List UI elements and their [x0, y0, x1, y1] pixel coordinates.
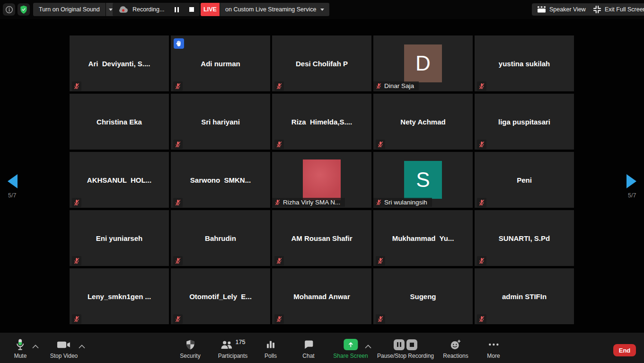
share-screen-icon: [344, 339, 358, 350]
pause-recording-icon[interactable]: [394, 339, 405, 350]
pause-recording-icon[interactable]: [175, 7, 179, 12]
muted-mic-chip: [72, 314, 81, 324]
participant-tile[interactable]: Desi Cholifah P: [272, 35, 371, 91]
meeting-info-button[interactable]: [3, 3, 15, 16]
muted-mic-chip: [173, 140, 183, 149]
more-button[interactable]: More: [487, 337, 500, 359]
participant-name: Peni: [475, 152, 574, 208]
avatar-initial: D: [415, 52, 431, 75]
participant-name: AKHSANUL HOL...: [70, 152, 169, 208]
recording-control: Recording...: [113, 3, 200, 16]
chat-button[interactable]: Chat: [302, 337, 314, 359]
mute-button[interactable]: Mute: [14, 337, 27, 359]
muted-mic-chip: [376, 314, 385, 324]
camera-icon: [57, 341, 71, 349]
participant-tile[interactable]: Leny_smkn1gen ...: [70, 268, 169, 324]
stop-recording-icon[interactable]: [189, 7, 194, 12]
participant-name: admin STIFIn: [475, 268, 574, 324]
encryption-button[interactable]: [18, 3, 30, 16]
chevron-down-icon: [109, 9, 113, 11]
participant-name: Ari Deviyanti, S....: [70, 35, 169, 91]
exit-full-screen-label: Exit Full Screen: [605, 6, 644, 13]
participant-tile[interactable]: Christina Eka: [70, 94, 169, 150]
exit-full-screen-button[interactable]: Exit Full Screen: [588, 3, 644, 16]
participant-tile[interactable]: S Sri wulaningsih: [373, 152, 473, 208]
participant-tile[interactable]: Sri hariyani: [171, 94, 270, 150]
muted-mic-chip: [173, 314, 183, 324]
muted-mic-chip: [477, 140, 486, 149]
previous-page-arrow[interactable]: [8, 174, 18, 188]
participant-tile[interactable]: SUNARTI, S.Pd: [475, 210, 574, 266]
participants-count: 175: [236, 339, 246, 345]
muted-mic-icon: [377, 257, 384, 264]
speaker-view-button[interactable]: Speaker View: [532, 3, 591, 16]
stop-recording-icon[interactable]: [406, 339, 417, 350]
reactions-icon: [450, 339, 461, 350]
speaker-view-label: Speaker View: [549, 6, 586, 13]
muted-mic-chip: [477, 198, 486, 207]
participant-tile[interactable]: Mohamad Anwar: [272, 268, 371, 324]
participant-name: Nety Achmad: [373, 94, 473, 150]
participants-icon: [221, 340, 233, 349]
muted-mic-icon: [478, 199, 485, 206]
end-meeting-button[interactable]: End: [613, 344, 636, 356]
participant-tile[interactable]: Adi nurman: [171, 35, 270, 91]
info-icon: [5, 6, 13, 14]
participant-tile[interactable]: Peni: [475, 152, 574, 208]
speaker-view-icon: [538, 6, 546, 13]
participant-tile[interactable]: Bahrudin: [171, 210, 270, 266]
participant-tile[interactable]: Eni yuniarseh: [70, 210, 169, 266]
muted-mic-icon: [276, 83, 282, 89]
participant-name: AM Rousan Shafir: [272, 210, 371, 266]
muted-mic-icon: [73, 199, 80, 206]
security-button[interactable]: Security: [180, 337, 200, 359]
participant-name: Riza Himelda,S....: [272, 94, 371, 150]
reactions-button[interactable]: Reactions: [443, 337, 468, 359]
muted-mic-icon: [276, 257, 282, 264]
video-options-chevron[interactable]: [79, 342, 85, 351]
avatar: S: [404, 161, 442, 199]
muted-mic-icon: [175, 257, 181, 264]
next-page-arrow[interactable]: [626, 174, 636, 188]
participant-tile[interactable]: D Dinar Saja: [373, 35, 473, 91]
exit-full-screen-icon: [593, 6, 601, 13]
muted-mic-chip: [376, 140, 385, 149]
muted-mic-chip: [376, 256, 385, 266]
participant-tile[interactable]: Riza Himelda,S....: [272, 94, 371, 150]
original-sound-button[interactable]: Turn on Original Sound: [33, 3, 106, 16]
participant-tile[interactable]: AKHSANUL HOL...: [70, 152, 169, 208]
share-options-chevron[interactable]: [365, 342, 371, 351]
muted-mic-icon: [377, 141, 384, 148]
video-stage: Ari Deviyanti, S.... Adi nurman Desi Cho…: [0, 19, 644, 333]
participant-tile[interactable]: yustina sukilah: [475, 35, 574, 91]
live-service-label: on Custom Live Streaming Service: [225, 6, 316, 13]
participant-tile[interactable]: Mukhammad Yu...: [373, 210, 473, 266]
participants-button[interactable]: 175 Participants: [218, 337, 248, 359]
live-service-dropdown[interactable]: on Custom Live Streaming Service: [220, 3, 329, 16]
participant-tile[interactable]: Sugeng: [373, 268, 473, 324]
pause-stop-recording-button[interactable]: Pause/Stop Recording: [377, 337, 434, 359]
muted-mic-icon: [478, 316, 485, 322]
participant-tile[interactable]: AM Rousan Shafir: [272, 210, 371, 266]
participant-name: Rizha Virly SMA N...: [283, 199, 340, 206]
muted-mic-chip: [72, 198, 81, 207]
security-shield-icon: [185, 339, 195, 350]
participant-tile[interactable]: liga puspitasari: [475, 94, 574, 150]
muted-mic-chip: [274, 140, 284, 149]
security-label: Security: [180, 353, 200, 359]
audio-options-chevron[interactable]: [32, 342, 39, 351]
meeting-toolbar: Mute Stop Video: [0, 333, 644, 363]
share-screen-button[interactable]: Share Screen: [333, 337, 368, 359]
participant-tile[interactable]: Sarwono SMKN...: [171, 152, 270, 208]
stop-video-button[interactable]: Stop Video: [50, 337, 78, 359]
participant-tile[interactable]: Nety Achmad: [373, 94, 473, 150]
participant-tile[interactable]: Otomotif_Lely E...: [171, 268, 270, 324]
muted-mic-icon: [73, 257, 80, 264]
muted-mic-icon: [175, 199, 181, 206]
polls-button[interactable]: Polls: [265, 337, 277, 359]
participant-tile[interactable]: Rizha Virly SMA N...: [272, 152, 371, 208]
participant-name: Otomotif_Lely E...: [171, 268, 270, 324]
participant-tile[interactable]: Ari Deviyanti, S....: [70, 35, 169, 91]
muted-mic-icon: [276, 141, 282, 148]
participant-tile[interactable]: admin STIFIn: [475, 268, 574, 324]
